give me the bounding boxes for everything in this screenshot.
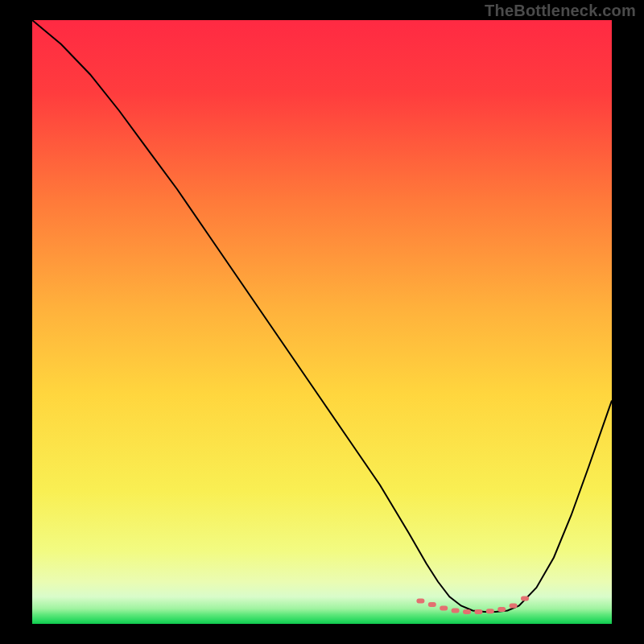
marker-dot <box>510 604 518 609</box>
marker-dot <box>474 609 482 614</box>
marker-dot <box>416 599 424 604</box>
chart-svg <box>32 20 612 624</box>
marker-dot <box>486 609 494 613</box>
marker-dot <box>497 607 506 612</box>
watermark-text: TheBottleneck.com <box>485 2 636 20</box>
marker-dot <box>452 609 460 613</box>
marker-dot <box>440 606 448 611</box>
marker-dot <box>521 597 529 601</box>
chart-frame: TheBottleneck.com <box>0 0 644 644</box>
marker-dot <box>463 609 471 614</box>
plot-area <box>32 20 612 624</box>
marker-dot <box>428 602 436 607</box>
